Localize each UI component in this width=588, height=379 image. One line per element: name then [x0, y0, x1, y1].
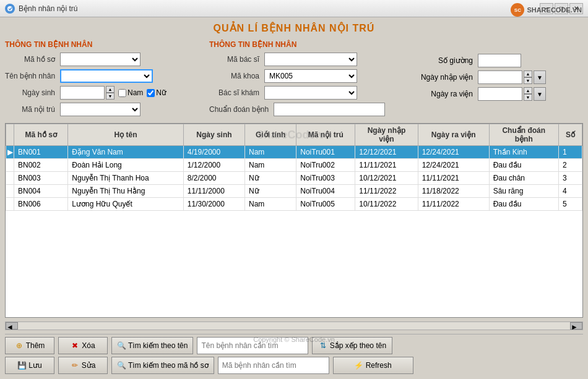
cell-ma_ho_so: BN001	[14, 146, 68, 159]
them-button[interactable]: ⊕ Thêm	[5, 337, 54, 354]
xoa-icon: ✖	[71, 341, 79, 350]
ngay-nhap-vien-spinner[interactable]: ▲ ▼	[524, 70, 532, 84]
horizontal-scrollbar[interactable]: ◄ ►	[5, 322, 583, 330]
tim-kiem-ma-button[interactable]: 🔍 Tìm kiếm theo mã hồ sơ	[111, 357, 214, 374]
ngay-sinh-spinner[interactable]: ▲ ▼	[106, 86, 115, 100]
table-row[interactable]: BN004Nguyễn Thị Thu Hằng11/11/2000NữNoiT…	[6, 185, 582, 198]
col-indicator	[6, 124, 14, 146]
sap-xep-ten-label: Sắp xếp theo tên	[330, 341, 386, 350]
spin-down-nhap[interactable]: ▼	[524, 77, 532, 84]
nu-label: Nữ	[156, 88, 166, 97]
xoa-button[interactable]: ✖ Xóa	[58, 337, 108, 354]
ma-khoa-label: Mã khoa	[209, 72, 262, 80]
app-icon	[5, 4, 15, 14]
cell-so: 3	[558, 172, 582, 185]
spin-up-ra[interactable]: ▲	[524, 87, 532, 94]
row-indicator: ▶	[6, 146, 14, 159]
nam-checkbox[interactable]	[118, 89, 126, 97]
cell-gioi_tinh: Nam	[245, 159, 296, 172]
sap-xep-ten-button[interactable]: ⇅ Sắp xếp theo tên	[312, 337, 392, 354]
bottom-toolbar: ⊕ Thêm ✖ Xóa 🔍 Tìm kiếm theo tên ⇅ Sắp x…	[5, 334, 583, 374]
bac-si-kham-select[interactable]	[264, 86, 357, 100]
ngay-nhap-vien-input[interactable]: 2/13/2022	[478, 70, 522, 84]
cell-ngay_ra_vien: 11/18/2022	[418, 185, 489, 198]
cell-ngay_sinh: 11/11/2000	[183, 185, 244, 198]
bac-si-kham-label: Bác sĩ khám	[209, 88, 262, 97]
ten-benh-nhan-label: Tên bệnh nhân	[5, 72, 58, 80]
ngay-ra-vien-input[interactable]: 2/13/2022	[478, 87, 522, 101]
cell-so: 4	[558, 185, 582, 198]
spin-up-nhap[interactable]: ▲	[524, 70, 532, 77]
nu-checkbox[interactable]	[147, 89, 155, 97]
cell-ngay_ra_vien: 11/11/2022	[418, 198, 489, 211]
row-indicator	[6, 159, 14, 172]
tim-kiem-ma-label: Tìm kiếm theo mã hồ sơ	[128, 361, 209, 370]
search-name-input[interactable]	[197, 337, 308, 354]
cell-ho_ten: Đặng Văn Nam	[68, 146, 183, 159]
table-row[interactable]: ▶BN001Đặng Văn Nam4/19/2000NamNoiTru0011…	[6, 146, 582, 159]
title-bar: Bệnh nhân nội trú ─ □ ✕	[0, 0, 588, 17]
row-indicator	[6, 198, 14, 211]
luu-icon: 💾	[17, 361, 26, 370]
cell-gioi_tinh: Nữ	[245, 172, 296, 185]
tim-kiem-ten-label: Tìm kiếm theo tên	[128, 341, 188, 350]
ngay-sinh-input[interactable]: 2/13/2022	[60, 86, 105, 100]
row-indicator	[6, 185, 14, 198]
left-section-title: THÔNG TIN BỆNH NHÂN	[5, 40, 197, 49]
search-id-input[interactable]	[218, 357, 329, 374]
table-row[interactable]: BN002Đoàn Hải Long1/12/2000NamNoiTru0021…	[6, 159, 582, 172]
cell-ho_ten: Nguyễn Thị Thu Hằng	[68, 185, 183, 198]
cell-ho_ten: Lương Hữu Quyết	[68, 198, 183, 211]
ma-noi-tru-select[interactable]	[60, 103, 141, 116]
refresh-icon: ⚡	[355, 361, 363, 370]
refresh-button[interactable]: ⚡ Refresh	[333, 357, 413, 374]
luu-button[interactable]: 💾 Lưu	[5, 357, 54, 374]
search-id-icon: 🔍	[117, 361, 126, 370]
cell-ma_ho_so: BN006	[14, 198, 68, 211]
them-icon: ⊕	[15, 341, 24, 350]
col-ma-ho-so: Mã hồ sơ	[14, 124, 68, 146]
page-title: QUẢN LÍ BỆNH NHÂN NỘI TRÚ	[5, 22, 583, 34]
ma-ho-so-select[interactable]	[60, 53, 141, 66]
cell-ngay_sinh: 8/2/2000	[183, 172, 244, 185]
scroll-left-btn[interactable]: ◄	[6, 322, 18, 330]
cell-so: 1	[558, 146, 582, 159]
cell-gioi_tinh: Nữ	[245, 185, 296, 198]
cell-ma_noi_tru: NoiTru002	[296, 159, 355, 172]
ma-bac-si-select[interactable]	[264, 53, 357, 66]
sort-icon: ⇅	[319, 341, 327, 350]
cell-ma_ho_so: BN003	[14, 172, 68, 185]
table-row[interactable]: BN006Lương Hữu Quyết11/30/2000NamNoiTru0…	[6, 198, 582, 211]
col-ho-ten: Họ tên	[68, 124, 183, 146]
cell-ma_noi_tru: NoiTru001	[296, 146, 355, 159]
xoa-label: Xóa	[82, 341, 95, 350]
chuan-doan-benh-input[interactable]	[274, 103, 385, 116]
luu-label: Lưu	[28, 361, 41, 370]
tim-kiem-ten-button[interactable]: 🔍 Tìm kiếm theo tên	[111, 337, 193, 354]
ngay-ra-vien-spinner[interactable]: ▲ ▼	[524, 87, 532, 101]
table-row[interactable]: BN003Nguyễn Thị Thanh Hoa8/2/2000NữNoiTr…	[6, 172, 582, 185]
sua-label: Sửa	[82, 361, 96, 370]
spin-up[interactable]: ▲	[106, 86, 115, 93]
ten-benh-nhan-select[interactable]	[60, 69, 153, 83]
cell-ngay_nhap_vien: 10/12/2021	[355, 172, 418, 185]
ngay-sinh-label: Ngày sinh	[5, 88, 58, 97]
sua-button[interactable]: ✏ Sửa	[58, 357, 108, 374]
cell-ngay_sinh: 1/12/2000	[183, 159, 244, 172]
cell-ngay_ra_vien: 11/11/2021	[418, 172, 489, 185]
window-title: Bệnh nhân nội trú	[19, 4, 77, 13]
spin-down[interactable]: ▼	[106, 93, 115, 100]
spin-down-ra[interactable]: ▼	[524, 94, 532, 101]
calendar-nhap-vien-btn[interactable]: ▼	[534, 70, 546, 84]
cell-ngay_ra_vien: 12/24/2021	[418, 159, 489, 172]
cell-so: 2	[558, 159, 582, 172]
calendar-ra-vien-btn[interactable]: ▼	[534, 87, 546, 101]
row-indicator	[6, 172, 14, 185]
so-giuong-input[interactable]	[478, 54, 521, 67]
scroll-right-btn[interactable]: ►	[570, 322, 582, 330]
ma-khoa-select[interactable]: MK005	[264, 69, 357, 83]
data-table: Mã hồ sơ Họ tên Ngày sinh Giới tính Mã n…	[5, 123, 583, 318]
cell-ngay_nhap_vien: 10/11/2022	[355, 198, 418, 211]
scroll-track[interactable]	[18, 322, 570, 330]
cell-ma_noi_tru: NoiTru003	[296, 172, 355, 185]
